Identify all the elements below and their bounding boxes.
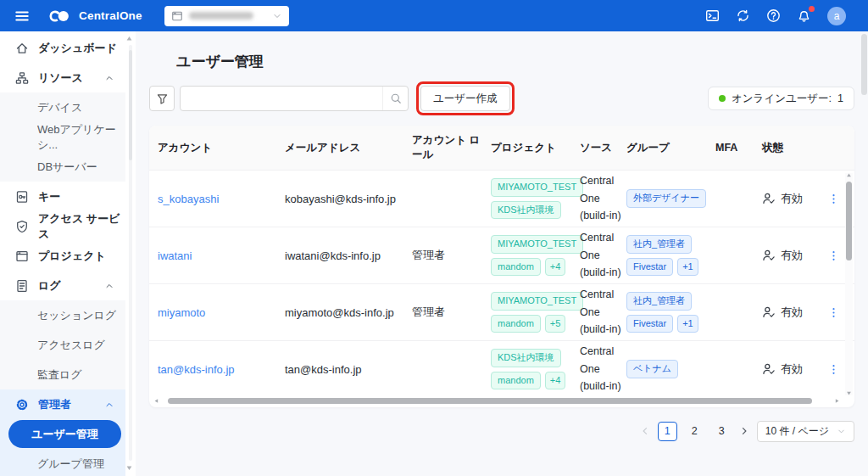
sidebar-item-dashboard[interactable]: ダッシュボード [0,33,125,63]
sidebar-item-group-management[interactable]: グループ管理 [0,449,125,476]
column-header-role: アカウント ロール [412,133,491,162]
scroll-up-icon[interactable] [845,171,853,179]
sidebar-item-audit-logs[interactable]: 監査ログ [0,360,125,389]
column-header-project: プロジェクト [491,141,580,155]
sidebar-scrollbar-thumb[interactable] [129,50,132,160]
group-more-tag[interactable]: +1 [677,258,698,277]
row-menu-icon[interactable] [827,193,840,205]
group-tag[interactable]: ベトナム [626,360,678,378]
cell-actions [821,193,845,205]
sidebar-item-db-servers[interactable]: DBサーバー [0,152,125,182]
project-selector[interactable] [164,6,289,26]
row-menu-icon[interactable] [827,363,840,376]
group-tag[interactable]: 外部デザイナー [626,189,706,208]
sidebar-item-projects[interactable]: プロジェクト [0,241,125,271]
sidebar-item-access-logs[interactable]: アクセスログ [0,330,125,360]
project-tags: MIYAMOTO_TESTKDS社内環境 [491,178,573,220]
group-more-tag[interactable]: +1 [677,315,698,333]
group-tag[interactable]: Fivestar [626,258,673,277]
page-scrollbar-thumb[interactable] [861,34,867,95]
sync-icon[interactable] [736,8,750,23]
project-tags: MIYAMOTO_TESTmandom+4 [491,235,573,277]
column-header-group: グループ [626,141,715,155]
pagination-next-icon[interactable] [739,426,749,436]
sidebar-item-devices[interactable]: デバイス [0,92,125,122]
vertical-scroll-thumb[interactable] [846,182,852,260]
pagination-page-2[interactable]: 2 [685,422,704,441]
page-size-select[interactable]: 10 件 / ページ [757,421,854,442]
pagination-page-3[interactable]: 3 [712,422,732,441]
scroll-right-icon[interactable] [833,397,841,405]
home-icon [15,42,29,55]
column-header-email: メールアドレス [285,141,412,155]
filter-icon [156,92,169,105]
column-header-source: ソース [580,139,626,157]
project-more-tag[interactable]: +4 [545,372,566,390]
pagination-page-1[interactable]: 1 [658,422,677,441]
project-tag[interactable]: MIYAMOTO_TEST [491,178,583,197]
group-tag[interactable]: Fivestar [626,315,673,333]
scroll-left-icon[interactable] [153,397,160,405]
project-tag[interactable]: mandom [491,372,541,390]
project-more-tag[interactable]: +4 [545,258,566,277]
account-link[interactable]: s_kobayashi [158,193,219,205]
horizontal-scroll-track[interactable] [161,398,832,404]
cell-role: 管理者 [412,305,491,320]
avatar-initial: a [834,10,840,22]
sidebar-item-access-services[interactable]: アクセス サービス [0,211,125,241]
account-link[interactable]: tan@kds-info.jp [158,363,235,376]
key-icon [15,190,29,204]
project-tags: MIYAMOTO_TESTmandom+5 [491,292,573,333]
sidebar-item-web-applications[interactable]: Webアプリケーシ... [0,122,125,152]
table-horizontal-scrollbar[interactable] [153,397,841,405]
sidebar-item-keys[interactable]: キー [0,182,125,211]
sidebar-scroll-up-icon[interactable] [125,34,134,43]
sidebar-scroll-down-icon[interactable] [125,463,134,473]
sidebar-block-access-services: アクセス サービス [0,211,125,241]
sidebar-item-resources[interactable]: リソース [0,63,125,92]
pagination: 123 10 件 / ページ [640,420,854,442]
hamburger-menu-icon[interactable] [14,8,30,24]
project-tag[interactable]: KDS社内環境 [491,349,561,367]
project-tag[interactable]: MIYAMOTO_TEST [491,235,583,254]
table-row: s_kobayashikobayashi@kds-info.jpMIYAMOTO… [149,170,854,227]
cell-email: tan@kds-info.jp [285,363,412,376]
pagination-prev-icon[interactable] [640,426,650,436]
cell-account: iwatani [158,249,285,262]
project-tag[interactable]: mandom [491,315,541,333]
create-user-button[interactable]: ユーザー作成 [420,86,510,111]
sidebar-item-admin[interactable]: 管理者 [0,389,125,419]
sidebar-item-logs[interactable]: ログ [0,271,125,300]
scroll-down-icon[interactable] [845,389,853,397]
group-tag[interactable]: 社内_管理者 [626,292,692,311]
notifications-icon[interactable] [797,8,811,23]
group-tags: ベトナム [626,360,709,378]
search-icon[interactable] [382,87,408,110]
row-menu-icon[interactable] [827,249,840,262]
page-title: ユーザー管理 [176,52,264,71]
sidebar-block-keys: キー [0,182,125,211]
terminal-icon[interactable] [705,8,720,23]
account-link[interactable]: miyamoto [158,306,205,319]
help-icon[interactable] [766,8,781,23]
account-link[interactable]: iwatani [158,249,192,262]
horizontal-scroll-thumb[interactable] [168,398,812,404]
filter-button[interactable] [149,86,175,111]
avatar[interactable]: a [827,7,846,25]
project-tag[interactable]: KDS社内環境 [491,201,561,220]
table-vertical-scrollbar[interactable] [845,173,853,395]
cell-role: 管理者 [412,248,491,263]
row-menu-icon[interactable] [827,306,840,319]
project-more-tag[interactable]: +5 [545,315,566,333]
search-input[interactable] [181,92,382,104]
project-tag[interactable]: MIYAMOTO_TEST [491,292,583,311]
sidebar-item-user-management[interactable]: ユーザー管理 [8,420,121,448]
brand-logo-mark [48,8,73,24]
project-tag[interactable]: mandom [491,258,541,277]
pagination-pages: 123 [658,422,732,441]
sidebar-item-session-logs[interactable]: セッションログ [0,300,125,330]
cell-projects: MIYAMOTO_TESTmandom+4 [491,235,580,277]
table-body: s_kobayashikobayashi@kds-info.jpMIYAMOTO… [149,170,854,397]
project-selector-redacted-value [189,12,253,20]
group-tag[interactable]: 社内_管理者 [626,235,692,254]
